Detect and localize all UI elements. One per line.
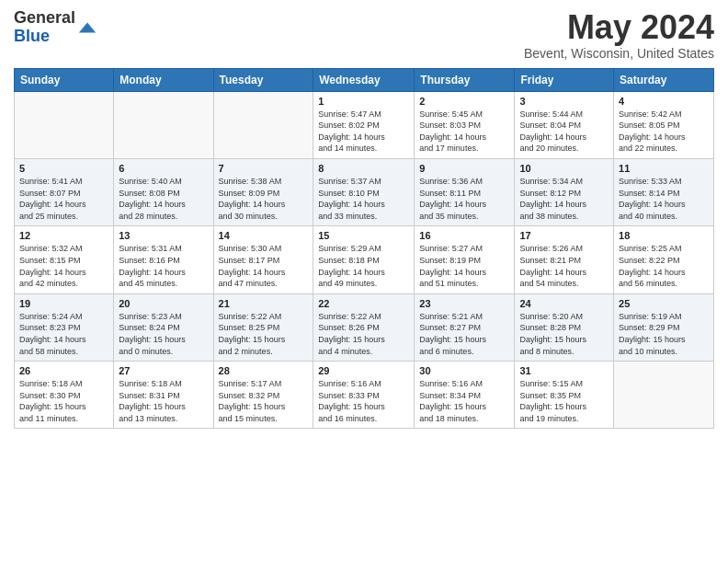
location: Bevent, Wisconsin, United States bbox=[524, 46, 714, 61]
calendar-cell: 10Sunrise: 5:34 AM Sunset: 8:12 PM Dayli… bbox=[515, 158, 614, 225]
day-info: Sunrise: 5:18 AM Sunset: 8:31 PM Dayligh… bbox=[119, 378, 208, 424]
calendar-cell: 8Sunrise: 5:37 AM Sunset: 8:10 PM Daylig… bbox=[313, 158, 415, 225]
calendar-cell: 19Sunrise: 5:24 AM Sunset: 8:23 PM Dayli… bbox=[15, 293, 114, 361]
day-info: Sunrise: 5:42 AM Sunset: 8:05 PM Dayligh… bbox=[619, 109, 709, 155]
calendar-cell: 12Sunrise: 5:32 AM Sunset: 8:15 PM Dayli… bbox=[15, 226, 114, 293]
weekday-header-row: SundayMondayTuesdayWednesdayThursdayFrid… bbox=[15, 68, 714, 91]
day-info: Sunrise: 5:36 AM Sunset: 8:11 PM Dayligh… bbox=[419, 176, 509, 222]
calendar-cell: 31Sunrise: 5:15 AM Sunset: 8:35 PM Dayli… bbox=[515, 362, 614, 429]
day-info: Sunrise: 5:34 AM Sunset: 8:12 PM Dayligh… bbox=[519, 176, 609, 222]
day-info: Sunrise: 5:15 AM Sunset: 8:35 PM Dayligh… bbox=[519, 378, 609, 424]
day-info: Sunrise: 5:17 AM Sunset: 8:32 PM Dayligh… bbox=[219, 378, 309, 424]
day-info: Sunrise: 5:21 AM Sunset: 8:27 PM Dayligh… bbox=[419, 311, 509, 357]
day-number: 10 bbox=[519, 163, 609, 174]
day-number: 9 bbox=[419, 163, 509, 174]
day-info: Sunrise: 5:32 AM Sunset: 8:15 PM Dayligh… bbox=[19, 243, 108, 289]
calendar-cell: 11Sunrise: 5:33 AM Sunset: 8:14 PM Dayli… bbox=[614, 158, 714, 225]
day-number: 6 bbox=[119, 163, 208, 174]
calendar-cell: 24Sunrise: 5:20 AM Sunset: 8:28 PM Dayli… bbox=[515, 293, 614, 361]
day-info: Sunrise: 5:40 AM Sunset: 8:08 PM Dayligh… bbox=[119, 176, 208, 222]
calendar-cell: 2Sunrise: 5:45 AM Sunset: 8:03 PM Daylig… bbox=[415, 91, 515, 158]
calendar-cell: 17Sunrise: 5:26 AM Sunset: 8:21 PM Dayli… bbox=[515, 226, 614, 293]
day-number: 18 bbox=[619, 230, 709, 241]
calendar-cell: 3Sunrise: 5:44 AM Sunset: 8:04 PM Daylig… bbox=[515, 91, 614, 158]
day-info: Sunrise: 5:30 AM Sunset: 8:17 PM Dayligh… bbox=[219, 243, 309, 289]
day-info: Sunrise: 5:31 AM Sunset: 8:16 PM Dayligh… bbox=[119, 243, 208, 289]
day-info: Sunrise: 5:29 AM Sunset: 8:18 PM Dayligh… bbox=[318, 243, 409, 289]
day-number: 28 bbox=[219, 365, 309, 376]
title-block: May 2024 Bevent, Wisconsin, United State… bbox=[524, 9, 714, 61]
day-info: Sunrise: 5:18 AM Sunset: 8:30 PM Dayligh… bbox=[19, 378, 108, 424]
day-info: Sunrise: 5:22 AM Sunset: 8:25 PM Dayligh… bbox=[219, 311, 309, 357]
calendar-cell: 30Sunrise: 5:16 AM Sunset: 8:34 PM Dayli… bbox=[415, 362, 515, 429]
day-info: Sunrise: 5:33 AM Sunset: 8:14 PM Dayligh… bbox=[619, 176, 709, 222]
logo-icon bbox=[77, 17, 97, 38]
weekday-header-wednesday: Wednesday bbox=[313, 68, 415, 91]
calendar-cell: 18Sunrise: 5:25 AM Sunset: 8:22 PM Dayli… bbox=[614, 226, 714, 293]
day-info: Sunrise: 5:27 AM Sunset: 8:19 PM Dayligh… bbox=[419, 243, 509, 289]
calendar-cell: 26Sunrise: 5:18 AM Sunset: 8:30 PM Dayli… bbox=[15, 362, 114, 429]
day-info: Sunrise: 5:38 AM Sunset: 8:09 PM Dayligh… bbox=[219, 176, 309, 222]
calendar-cell: 29Sunrise: 5:16 AM Sunset: 8:33 PM Dayli… bbox=[313, 362, 415, 429]
day-info: Sunrise: 5:45 AM Sunset: 8:03 PM Dayligh… bbox=[419, 109, 509, 155]
day-number: 25 bbox=[619, 298, 709, 309]
svg-marker-0 bbox=[79, 22, 96, 32]
week-row-4: 19Sunrise: 5:24 AM Sunset: 8:23 PM Dayli… bbox=[15, 293, 714, 361]
calendar-cell: 27Sunrise: 5:18 AM Sunset: 8:31 PM Dayli… bbox=[114, 362, 213, 429]
week-row-5: 26Sunrise: 5:18 AM Sunset: 8:30 PM Dayli… bbox=[15, 362, 714, 429]
day-info: Sunrise: 5:25 AM Sunset: 8:22 PM Dayligh… bbox=[619, 243, 709, 289]
calendar-cell: 13Sunrise: 5:31 AM Sunset: 8:16 PM Dayli… bbox=[114, 226, 213, 293]
day-number: 29 bbox=[318, 365, 409, 376]
calendar-cell: 28Sunrise: 5:17 AM Sunset: 8:32 PM Dayli… bbox=[213, 362, 313, 429]
day-number: 16 bbox=[419, 230, 509, 241]
calendar-cell bbox=[15, 91, 114, 158]
logo-general: General Blue bbox=[14, 9, 75, 46]
weekday-header-monday: Monday bbox=[114, 68, 213, 91]
week-row-2: 5Sunrise: 5:41 AM Sunset: 8:07 PM Daylig… bbox=[15, 158, 714, 225]
day-number: 5 bbox=[19, 163, 108, 174]
day-number: 26 bbox=[19, 365, 108, 376]
calendar-cell bbox=[114, 91, 213, 158]
calendar-cell: 6Sunrise: 5:40 AM Sunset: 8:08 PM Daylig… bbox=[114, 158, 213, 225]
day-number: 14 bbox=[219, 230, 309, 241]
calendar-page: General Blue May 2024 Bevent, Wisconsin,… bbox=[0, 0, 728, 563]
calendar-cell: 25Sunrise: 5:19 AM Sunset: 8:29 PM Dayli… bbox=[614, 293, 714, 361]
day-number: 17 bbox=[519, 230, 609, 241]
day-number: 20 bbox=[119, 298, 208, 309]
day-number: 12 bbox=[19, 230, 108, 241]
day-number: 24 bbox=[519, 298, 609, 309]
day-info: Sunrise: 5:23 AM Sunset: 8:24 PM Dayligh… bbox=[119, 311, 208, 357]
day-number: 21 bbox=[219, 298, 309, 309]
day-info: Sunrise: 5:47 AM Sunset: 8:02 PM Dayligh… bbox=[318, 109, 409, 155]
header: General Blue May 2024 Bevent, Wisconsin,… bbox=[14, 9, 714, 61]
week-row-3: 12Sunrise: 5:32 AM Sunset: 8:15 PM Dayli… bbox=[15, 226, 714, 293]
day-info: Sunrise: 5:24 AM Sunset: 8:23 PM Dayligh… bbox=[19, 311, 108, 357]
day-number: 7 bbox=[219, 163, 309, 174]
calendar-cell: 22Sunrise: 5:22 AM Sunset: 8:26 PM Dayli… bbox=[313, 293, 415, 361]
day-number: 2 bbox=[419, 96, 509, 107]
weekday-header-saturday: Saturday bbox=[614, 68, 714, 91]
calendar-table: SundayMondayTuesdayWednesdayThursdayFrid… bbox=[14, 68, 714, 430]
day-info: Sunrise: 5:16 AM Sunset: 8:33 PM Dayligh… bbox=[318, 378, 409, 424]
day-number: 19 bbox=[19, 298, 108, 309]
calendar-cell: 16Sunrise: 5:27 AM Sunset: 8:19 PM Dayli… bbox=[415, 226, 515, 293]
weekday-header-thursday: Thursday bbox=[415, 68, 515, 91]
calendar-cell: 9Sunrise: 5:36 AM Sunset: 8:11 PM Daylig… bbox=[415, 158, 515, 225]
day-info: Sunrise: 5:22 AM Sunset: 8:26 PM Dayligh… bbox=[318, 311, 409, 357]
day-number: 30 bbox=[419, 365, 509, 376]
day-number: 22 bbox=[318, 298, 409, 309]
day-info: Sunrise: 5:19 AM Sunset: 8:29 PM Dayligh… bbox=[619, 311, 709, 357]
day-number: 11 bbox=[619, 163, 709, 174]
day-number: 4 bbox=[619, 96, 709, 107]
day-number: 8 bbox=[318, 163, 409, 174]
weekday-header-friday: Friday bbox=[515, 68, 614, 91]
weekday-header-sunday: Sunday bbox=[15, 68, 114, 91]
calendar-cell: 5Sunrise: 5:41 AM Sunset: 8:07 PM Daylig… bbox=[15, 158, 114, 225]
day-info: Sunrise: 5:44 AM Sunset: 8:04 PM Dayligh… bbox=[519, 109, 609, 155]
calendar-cell: 14Sunrise: 5:30 AM Sunset: 8:17 PM Dayli… bbox=[213, 226, 313, 293]
day-number: 31 bbox=[519, 365, 609, 376]
day-number: 15 bbox=[318, 230, 409, 241]
weekday-header-tuesday: Tuesday bbox=[213, 68, 313, 91]
day-number: 1 bbox=[318, 96, 409, 107]
calendar-cell bbox=[213, 91, 313, 158]
